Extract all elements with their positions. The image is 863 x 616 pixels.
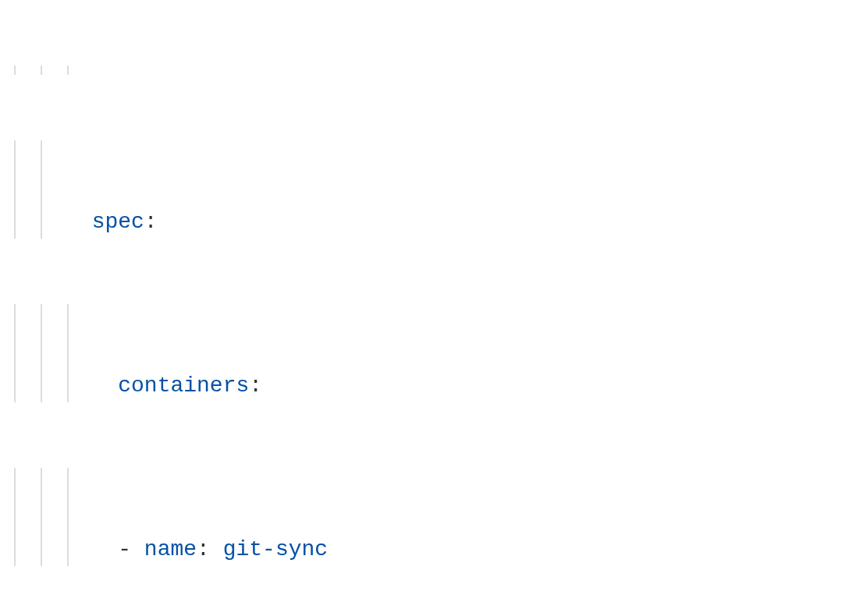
yaml-key: spec xyxy=(92,210,144,234)
yaml-colon: : xyxy=(249,373,262,398)
yaml-key: containers xyxy=(118,373,249,398)
yaml-colon: : xyxy=(197,537,223,561)
yaml-key: name xyxy=(144,537,197,561)
code-line-partial: name: ---g xyxy=(0,65,863,75)
code-line: - name: git-sync xyxy=(0,468,863,566)
yaml-value: git-sync xyxy=(223,537,328,561)
yaml-dash: - xyxy=(118,537,144,561)
code-line: spec: xyxy=(0,140,863,239)
code-editor[interactable]: name: ---g spec: containers: - name: git… xyxy=(0,0,863,616)
yaml-colon: : xyxy=(144,210,158,234)
code-line: containers: xyxy=(0,304,863,402)
